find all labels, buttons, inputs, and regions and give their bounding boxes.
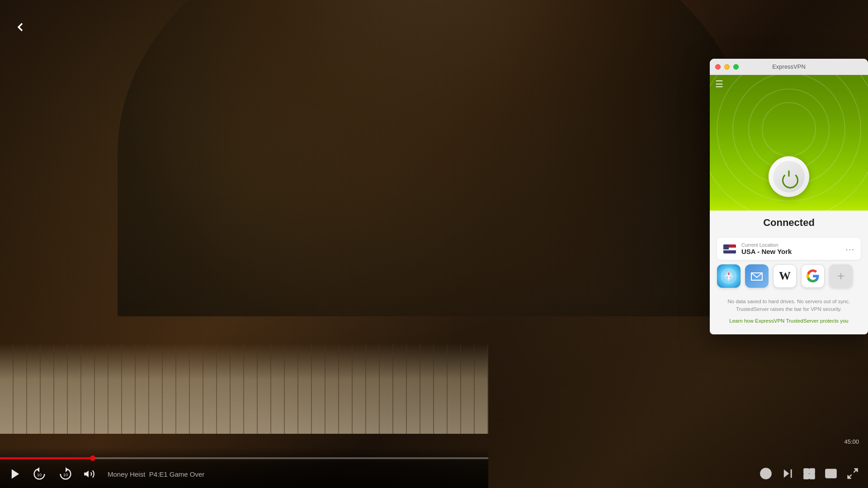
vpn-window-bottom: No data saved to hard drives. No servers… — [710, 293, 868, 331]
rewind-button[interactable]: 10 — [31, 465, 48, 483]
svg-text:10: 10 — [63, 472, 68, 477]
safari-icon — [721, 268, 737, 284]
controls-row: 10 10 Money Heist P4:E1 Game Over — [0, 465, 488, 483]
window-title: ExpressVPN — [772, 63, 806, 70]
vpn-location-row[interactable]: Current Location USA - New York ··· — [717, 238, 861, 260]
vpn-status-section: Connected — [710, 211, 868, 233]
google-shortcut[interactable] — [801, 264, 825, 288]
svg-rect-12 — [804, 474, 809, 479]
google-icon — [806, 269, 820, 283]
window-minimize-button[interactable] — [724, 64, 730, 70]
location-text-area: Current Location USA - New York — [741, 242, 840, 255]
vpn-learn-more-link[interactable]: Learn how ExpressVPN TrustedServer prote… — [729, 318, 848, 324]
svg-marker-3 — [66, 467, 68, 472]
svg-rect-11 — [810, 469, 815, 474]
fullscreen-button[interactable] — [846, 467, 859, 480]
play-icon — [9, 468, 22, 480]
next-icon — [781, 467, 794, 480]
wikipedia-icon: W — [779, 269, 791, 283]
vpn-trusted-server-text: No data saved to hard drives. No servers… — [724, 298, 854, 314]
back-button[interactable] — [9, 16, 32, 38]
time-display: 45:00 — [844, 438, 859, 445]
location-options-button[interactable]: ··· — [845, 244, 854, 253]
svg-marker-1 — [37, 467, 39, 472]
help-button[interactable] — [760, 467, 772, 480]
figure-area — [0, 0, 488, 488]
add-shortcut[interactable]: + — [829, 264, 853, 288]
mail-shortcut[interactable] — [745, 264, 769, 288]
forward-icon: 10 — [57, 465, 74, 483]
volume-icon — [83, 468, 95, 480]
bottom-right-controls — [760, 467, 859, 480]
svg-marker-0 — [12, 469, 19, 479]
safari-shortcut[interactable] — [717, 264, 741, 288]
window-maximize-button[interactable] — [733, 64, 739, 70]
building-model — [0, 343, 488, 434]
fullscreen-icon — [846, 467, 859, 480]
subtitles-button[interactable] — [825, 467, 837, 480]
show-name: Money Heist — [108, 470, 145, 478]
show-title: Money Heist P4:E1 Game Over — [108, 470, 204, 478]
power-icon — [781, 169, 797, 185]
location-label: Current Location — [741, 242, 840, 248]
svg-rect-13 — [810, 474, 815, 479]
svg-text:10: 10 — [37, 472, 42, 477]
svg-marker-5 — [84, 470, 89, 477]
power-button-inner — [773, 161, 805, 192]
next-episode-button[interactable] — [781, 467, 794, 480]
svg-rect-10 — [804, 469, 809, 474]
controls-bar: 10 10 Money Heist P4:E1 Game Over — [0, 447, 488, 488]
progress-fill — [0, 457, 93, 459]
back-arrow-icon — [13, 20, 28, 34]
vpn-shortcuts: W + — [717, 264, 861, 288]
volume-button[interactable] — [83, 468, 95, 480]
help-icon — [760, 467, 772, 480]
scenes-icon — [803, 467, 816, 480]
vpn-status-text: Connected — [710, 217, 868, 229]
play-button[interactable] — [9, 468, 22, 480]
location-name: USA - New York — [741, 248, 840, 255]
mail-icon — [749, 268, 764, 284]
window-titlebar: ExpressVPN — [710, 59, 868, 75]
window-close-button[interactable] — [715, 64, 721, 70]
forward-button[interactable]: 10 — [57, 465, 74, 483]
vpn-main-area: ☰ — [710, 75, 868, 211]
scenes-button[interactable] — [803, 467, 816, 480]
rewind-icon: 10 — [31, 465, 48, 483]
expressvpn-window: ExpressVPN ☰ Connected Current — [710, 59, 868, 334]
svg-marker-8 — [784, 469, 789, 478]
add-icon: + — [837, 270, 844, 282]
usa-flag-icon — [723, 244, 736, 253]
power-button-outer — [769, 156, 809, 197]
vpn-power-button[interactable] — [769, 156, 809, 197]
progress-bar[interactable] — [0, 457, 488, 459]
episode-info: P4:E1 Game Over — [149, 470, 205, 478]
subtitles-icon — [825, 467, 837, 480]
wikipedia-shortcut[interactable]: W — [773, 264, 797, 288]
